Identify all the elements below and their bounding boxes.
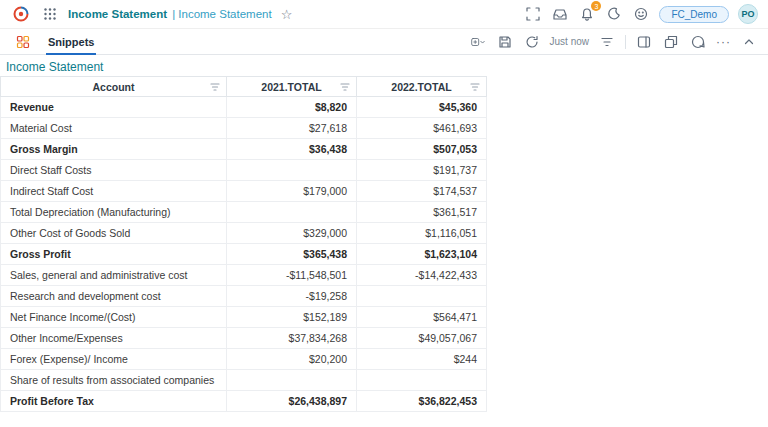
table-row[interactable]: Total Depreciation (Manufacturing)$361,5… bbox=[1, 202, 487, 223]
content-area: Income Statement Account 2021.TOTAL bbox=[0, 55, 768, 412]
table-row[interactable]: Other Cost of Goods Sold$329,000$1,116,0… bbox=[1, 223, 487, 244]
notification-badge: 3 bbox=[591, 1, 601, 11]
filter-funnel-icon[interactable] bbox=[339, 81, 351, 93]
bell-icon[interactable]: 3 bbox=[578, 5, 596, 23]
value-cell-2022: $174,537 bbox=[357, 181, 487, 202]
app-logo[interactable] bbox=[10, 3, 32, 25]
account-cell: Total Depreciation (Manufacturing) bbox=[1, 202, 227, 223]
column-header-account[interactable]: Account bbox=[1, 77, 227, 97]
value-cell-2021: $179,000 bbox=[227, 181, 357, 202]
value-cell-2021: $365,438 bbox=[227, 244, 357, 265]
table-row[interactable]: Research and development cost-$19,258 bbox=[1, 286, 487, 307]
table-body: Revenue$8,820$45,360Material Cost$27,618… bbox=[1, 97, 487, 412]
value-cell-2021: $36,438 bbox=[227, 139, 357, 160]
account-cell: Indirect Staff Cost bbox=[1, 181, 227, 202]
table-row[interactable]: Share of results from associated compani… bbox=[1, 370, 487, 391]
account-cell: Profit Before Tax bbox=[1, 391, 227, 412]
refresh-icon[interactable] bbox=[523, 33, 541, 51]
inbox-icon[interactable] bbox=[551, 5, 569, 23]
comment-icon[interactable] bbox=[689, 33, 707, 51]
value-cell-2022: $507,053 bbox=[357, 139, 487, 160]
account-cell: Gross Margin bbox=[1, 139, 227, 160]
account-cell: Sales, general and administrative cost bbox=[1, 265, 227, 286]
filter-funnel-icon[interactable] bbox=[209, 81, 221, 93]
value-cell-2021 bbox=[227, 160, 357, 181]
value-cell-2021: $37,834,268 bbox=[227, 328, 357, 349]
account-cell: Direct Staff Costs bbox=[1, 160, 227, 181]
save-icon[interactable] bbox=[496, 33, 514, 51]
snippets-module-icon[interactable] bbox=[14, 33, 32, 51]
value-cell-2022: $564,471 bbox=[357, 307, 487, 328]
value-cell-2021: $329,000 bbox=[227, 223, 357, 244]
value-cell-2022 bbox=[357, 286, 487, 307]
value-cell-2022 bbox=[357, 370, 487, 391]
table-row[interactable]: Net Finance Income/(Cost)$152,189$564,47… bbox=[1, 307, 487, 328]
page-title: Income Statement bbox=[68, 8, 167, 20]
account-cell: Net Finance Income/(Cost) bbox=[1, 307, 227, 328]
filter-funnel-icon[interactable] bbox=[469, 81, 481, 93]
table-row[interactable]: Revenue$8,820$45,360 bbox=[1, 97, 487, 118]
account-cell: Research and development cost bbox=[1, 286, 227, 307]
table-row[interactable]: Sales, general and administrative cost-$… bbox=[1, 265, 487, 286]
table-row[interactable]: Gross Profit$365,438$1,623,104 bbox=[1, 244, 487, 265]
value-cell-2022: $1,116,051 bbox=[357, 223, 487, 244]
value-cell-2022: -$14,422,433 bbox=[357, 265, 487, 286]
moon-icon[interactable] bbox=[605, 5, 623, 23]
collapse-icon[interactable] bbox=[740, 33, 758, 51]
table-row[interactable]: Indirect Staff Cost$179,000$174,537 bbox=[1, 181, 487, 202]
favorite-star-icon[interactable]: ☆ bbox=[281, 8, 293, 21]
table-row[interactable]: Profit Before Tax$26,438,897$36,822,453 bbox=[1, 391, 487, 412]
value-cell-2021: $27,618 bbox=[227, 118, 357, 139]
page-subtitle: | Income Statement bbox=[172, 8, 272, 20]
table-row[interactable]: Direct Staff Costs$191,737 bbox=[1, 160, 487, 181]
value-cell-2021: $20,200 bbox=[227, 349, 357, 370]
value-cell-2021 bbox=[227, 370, 357, 391]
table-row[interactable]: Gross Margin$36,438$507,053 bbox=[1, 139, 487, 160]
section-title: Income Statement bbox=[0, 55, 768, 76]
topbar: Income Statement | Income Statement ☆ 3 … bbox=[0, 0, 768, 29]
table-row[interactable]: Forex (Expense)/ Income$20,200$244 bbox=[1, 349, 487, 370]
value-cell-2022: $361,517 bbox=[357, 202, 487, 223]
toolbar-divider bbox=[625, 35, 626, 49]
filter-icon[interactable] bbox=[598, 33, 616, 51]
value-cell-2021: $26,438,897 bbox=[227, 391, 357, 412]
add-widget-dropdown-icon[interactable] bbox=[469, 33, 487, 51]
account-cell: Share of results from associated compani… bbox=[1, 370, 227, 391]
apps-grid-icon[interactable] bbox=[41, 5, 59, 23]
income-statement-table: Account 2021.TOTAL 2022.TOTAL bbox=[0, 76, 487, 412]
value-cell-2022: $49,057,067 bbox=[357, 328, 487, 349]
tab-snippets[interactable]: Snippets bbox=[46, 29, 96, 54]
smiley-icon[interactable] bbox=[632, 5, 650, 23]
value-cell-2021: $8,820 bbox=[227, 97, 357, 118]
export-icon[interactable] bbox=[662, 33, 680, 51]
account-cell: Other Income/Expenses bbox=[1, 328, 227, 349]
account-cell: Material Cost bbox=[1, 118, 227, 139]
value-cell-2022: $244 bbox=[357, 349, 487, 370]
account-cell: Revenue bbox=[1, 97, 227, 118]
panel-icon[interactable] bbox=[635, 33, 653, 51]
column-header-2022[interactable]: 2022.TOTAL bbox=[357, 77, 487, 97]
table-row[interactable]: Material Cost$27,618$461,693 bbox=[1, 118, 487, 139]
more-icon[interactable]: ··· bbox=[716, 35, 731, 49]
column-header-label: 2021.TOTAL bbox=[261, 81, 321, 93]
account-cell: Gross Profit bbox=[1, 244, 227, 265]
value-cell-2021: $152,189 bbox=[227, 307, 357, 328]
value-cell-2021: -$19,258 bbox=[227, 286, 357, 307]
snippets-toolbar: Snippets Just now ··· bbox=[0, 29, 768, 55]
fullscreen-icon[interactable] bbox=[524, 5, 542, 23]
column-header-2021[interactable]: 2021.TOTAL bbox=[227, 77, 357, 97]
value-cell-2022: $191,737 bbox=[357, 160, 487, 181]
value-cell-2022: $1,623,104 bbox=[357, 244, 487, 265]
value-cell-2022: $461,693 bbox=[357, 118, 487, 139]
workspace-button[interactable]: FC_Demo bbox=[659, 6, 729, 23]
last-refresh-label: Just now bbox=[550, 36, 589, 47]
account-cell: Forex (Expense)/ Income bbox=[1, 349, 227, 370]
value-cell-2021: -$11,548,501 bbox=[227, 265, 357, 286]
account-cell: Other Cost of Goods Sold bbox=[1, 223, 227, 244]
table-header-row: Account 2021.TOTAL 2022.TOTAL bbox=[1, 77, 487, 97]
value-cell-2022: $45,360 bbox=[357, 97, 487, 118]
value-cell-2022: $36,822,453 bbox=[357, 391, 487, 412]
column-header-label: Account bbox=[93, 81, 135, 93]
table-row[interactable]: Other Income/Expenses$37,834,268$49,057,… bbox=[1, 328, 487, 349]
avatar[interactable]: PO bbox=[738, 4, 758, 24]
